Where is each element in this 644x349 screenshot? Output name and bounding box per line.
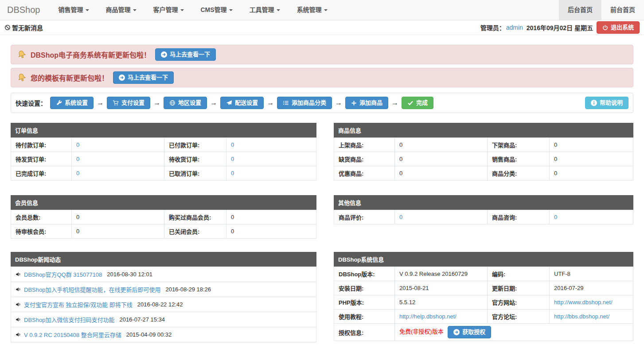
table-row: 授权信息: 免费(非授权)版本 获取授权 xyxy=(334,324,633,341)
stat-value: 2015-08-21 xyxy=(395,281,488,295)
help-button[interactable]: 帮助说明 xyxy=(585,97,628,109)
step-payment-settings-button[interactable]: 支付设置 xyxy=(107,97,150,109)
stat-label: 编码: xyxy=(488,267,550,281)
update-alert-system: DBShop电子商务系统有新更新包啦！ 马上去查看一下 xyxy=(11,45,633,64)
speaker-icon xyxy=(16,332,21,337)
circle-arrow-icon xyxy=(453,329,460,335)
quick-setup-label: 快速设置： xyxy=(16,98,47,107)
menu-goods[interactable]: 商品管理 xyxy=(98,0,145,20)
forum-link[interactable]: http://bbs.dbshop.net/ xyxy=(554,313,609,320)
help-site-link[interactable]: http://help.dbshop.net/ xyxy=(399,313,457,320)
stat-value-link[interactable]: 0 xyxy=(231,156,234,162)
stat-label: PHP版本: xyxy=(334,295,395,310)
menu-tools[interactable]: 工具管理 xyxy=(241,0,289,20)
news-date: 2016-08-22 12:42 xyxy=(137,301,183,308)
tab-backend-home[interactable]: 后台首页 xyxy=(559,0,601,20)
news-item: DBShop官方QQ群 315077108 2016-08-30 12:01 xyxy=(11,267,316,282)
table-row: 待发货订单: 0 待收货订单: 0 xyxy=(11,152,316,166)
stat-value: V 0.9.2 Release 20160729 xyxy=(395,267,488,281)
menu-sales[interactable]: 销售管理 xyxy=(50,0,98,20)
flow-arrow-icon: → xyxy=(210,99,217,107)
news-list: DBShop官方QQ群 315077108 2016-08-30 12:01 D… xyxy=(11,267,316,342)
stat-value-link[interactable]: 0 xyxy=(76,170,79,176)
panel-title: 会员信息 xyxy=(11,195,316,210)
stat-label: 待审核会员: xyxy=(11,224,72,239)
news-item: DBShop加入手机短信提醒功能，在线更新后即可使用 2016-08-29 18… xyxy=(11,282,316,297)
stat-label: 官方论坛: xyxy=(488,310,550,324)
member-info-panel: 会员信息 会员总数: 0 购买过商品会员: 0 待审核会员: 0 已关闭会员: … xyxy=(11,195,316,239)
bell-icon xyxy=(16,49,27,60)
table-row: 缺货商品: 0 销售商品: 0 xyxy=(334,152,633,166)
official-site-link[interactable]: http://www.dbshop.net/ xyxy=(554,299,613,306)
brand-logo[interactable]: DBShop xyxy=(0,0,50,20)
table-row: 待审核会员: 0 已关闭会员: 0 xyxy=(11,224,316,239)
stat-label: 购买过商品会员: xyxy=(164,210,226,224)
admin-name-link[interactable]: admin xyxy=(506,24,523,31)
flow-arrow-icon: → xyxy=(267,99,274,107)
news-date: 2015-04-09 00:32 xyxy=(126,331,172,338)
chevron-down-icon xyxy=(277,9,280,11)
speaker-icon xyxy=(16,271,21,277)
table-row: 商品评价: 0 商品咨询: 0 xyxy=(334,210,633,224)
menu-cms[interactable]: CMS管理 xyxy=(192,0,241,20)
flow-arrow-icon: → xyxy=(391,99,398,107)
stat-label: 官方网站: xyxy=(488,295,550,310)
update-alert-template: 您的模板有新更新包啦！ 马上去查看一下 xyxy=(11,68,633,87)
table-row: 会员总数: 0 购买过商品会员: 0 xyxy=(11,210,316,224)
stat-label: 商品分类: xyxy=(488,166,550,180)
news-date: 2016-08-29 18:26 xyxy=(165,286,211,293)
stat-value: 0 xyxy=(395,138,488,152)
wrench-icon xyxy=(56,100,62,106)
stat-label: 缺货商品: xyxy=(334,152,395,166)
alerts-area: DBShop电子商务系统有新更新包啦！ 马上去查看一下 您的模板有新更新包啦！ … xyxy=(11,45,633,87)
menu-customer[interactable]: 客户管理 xyxy=(145,0,192,20)
table-row: 待付款订单: 0 已付款订单: 0 xyxy=(11,138,316,152)
step-shipping-settings-button[interactable]: 配送设置 xyxy=(220,97,264,109)
navbar-right: 后台首页 前台首页 xyxy=(559,0,644,20)
other-info-panel: 其他信息 商品评价: 0 商品咨询: 0 xyxy=(334,195,633,224)
news-link[interactable]: DBShop加入手机短信提醒功能，在线更新后即可使用 xyxy=(24,285,160,294)
no-message-text: 暂无新消息 xyxy=(4,23,43,32)
news-link[interactable]: DBShop官方QQ群 315077108 xyxy=(24,270,102,278)
table-row: PHP版本: 5.5.12 官方网站: http://www.dbshop.ne… xyxy=(334,295,633,310)
stat-value-link[interactable]: 0 xyxy=(76,141,79,148)
stat-label: 更新日期: xyxy=(488,281,550,295)
speaker-icon xyxy=(16,317,21,322)
get-license-button[interactable]: 获取授权 xyxy=(448,326,491,338)
menu-system[interactable]: 系统管理 xyxy=(289,0,336,20)
table-row: 上架商品: 0 下架商品: 0 xyxy=(334,138,633,152)
stat-value-link[interactable]: 0 xyxy=(554,214,557,220)
stat-label: 已关闭会员: xyxy=(164,224,226,239)
news-panel: DBShop新闻动态 DBShop官方QQ群 315077108 2016-08… xyxy=(11,252,316,342)
stat-value-link[interactable]: 0 xyxy=(399,214,402,220)
news-link[interactable]: 支付宝官方宣布 独立担保/双功能 即将下线 xyxy=(24,300,133,309)
speaker-icon xyxy=(16,302,21,307)
stat-value: UTF-8 xyxy=(550,267,633,281)
stat-value-link[interactable]: 0 xyxy=(76,156,79,162)
ban-icon xyxy=(4,24,11,31)
step-add-goods-button[interactable]: 添加商品 xyxy=(345,97,388,109)
news-link[interactable]: V 0.9.2 RC 20150408 整合阿里云存储 xyxy=(24,330,121,339)
check-update-button[interactable]: 马上去查看一下 xyxy=(155,48,216,61)
check-update-button[interactable]: 马上去查看一下 xyxy=(113,71,174,84)
stat-value-link[interactable]: 0 xyxy=(231,170,234,176)
step-finish-button[interactable]: 完成 xyxy=(402,97,433,109)
chevron-down-icon xyxy=(324,9,328,11)
tab-frontend-home[interactable]: 前台首页 xyxy=(601,0,644,20)
circle-arrow-icon xyxy=(119,75,125,81)
news-link[interactable]: DBShop加入微信支付扫码支付功能 xyxy=(24,315,114,324)
stat-value-link[interactable]: 0 xyxy=(231,141,234,148)
order-info-panel: 订单信息 待付款订单: 0 已付款订单: 0 待发货订单: 0 待收货订单: 0… xyxy=(11,123,316,180)
step-add-category-button[interactable]: 添加商品分类 xyxy=(277,97,332,109)
chevron-down-icon xyxy=(133,9,137,11)
flow-arrow-icon: → xyxy=(153,99,160,107)
panel-title: 订单信息 xyxy=(11,123,316,137)
step-system-settings-button[interactable]: 系统设置 xyxy=(50,97,94,109)
globe-icon xyxy=(169,100,176,106)
news-item: V 0.9.2 RC 20150408 整合阿里云存储 2015-04-09 0… xyxy=(11,327,316,342)
flow-arrow-icon: → xyxy=(335,99,342,107)
chevron-down-icon xyxy=(180,9,184,11)
step-region-settings-button[interactable]: 地区设置 xyxy=(164,97,207,109)
logout-button[interactable]: 退出系统 xyxy=(597,21,640,34)
stat-value: 0 xyxy=(226,210,316,224)
